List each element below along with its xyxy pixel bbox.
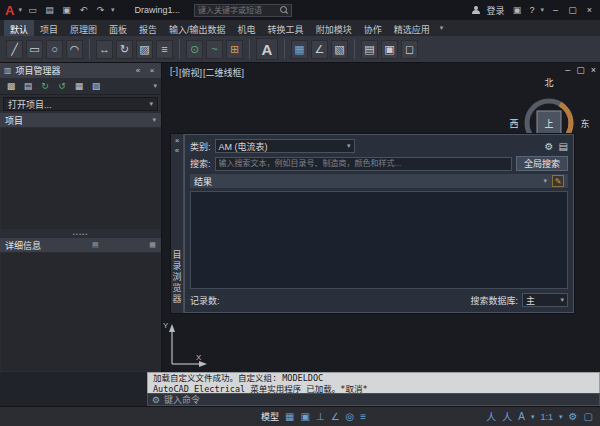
project-settings-icon[interactable]: ▧ — [89, 81, 103, 91]
annotation-autoscale-icon[interactable]: 人 — [502, 409, 512, 424]
catalog-browser-titlebar[interactable]: × « 目录浏览器 — [171, 134, 184, 313]
details-area[interactable] — [1, 253, 160, 371]
rectangle-tool-icon[interactable]: ▭ — [26, 40, 43, 59]
close-button[interactable]: × — [584, 5, 595, 15]
object-snap-icon[interactable]: ◎ — [346, 411, 355, 422]
panel-layout-icon[interactable]: ▤ — [361, 40, 378, 59]
help-icon[interactable]: ? — [529, 5, 534, 15]
app-logo-icon[interactable]: A — [5, 4, 14, 17]
projects-list-area[interactable] — [1, 128, 160, 229]
doc-minimize-icon[interactable]: – — [565, 65, 570, 75]
global-search-button[interactable]: 全局搜索 — [516, 156, 568, 171]
signin-button[interactable]: 登录 — [486, 4, 504, 17]
new-file-icon[interactable]: ▭ — [26, 5, 39, 15]
quick-access-caret-icon[interactable]: ▾ — [111, 6, 115, 14]
tab-electromechanical[interactable]: 机电 — [232, 20, 262, 36]
palette-close-icon[interactable]: × — [147, 66, 157, 75]
new-project-icon[interactable]: ▩ — [4, 81, 18, 91]
ortho-icon[interactable]: ⊥ — [316, 411, 325, 422]
save-icon[interactable]: ▣ — [60, 5, 73, 15]
ribbon-collapse-caret-icon[interactable]: ▾ — [440, 24, 444, 32]
category-select[interactable]: AM (电流表) ▾ — [215, 139, 355, 153]
viewcube-west-label[interactable]: 西 — [509, 119, 518, 129]
circle-tool-icon[interactable]: ○ — [46, 40, 63, 59]
app-store-icon[interactable]: ▣ — [510, 5, 523, 15]
doc-restore-icon[interactable]: ▢ — [576, 65, 585, 75]
gear-icon[interactable]: ⚙ — [545, 141, 554, 152]
annotation-visibility-icon[interactable]: 人 — [486, 409, 496, 424]
search-icon[interactable] — [280, 6, 288, 14]
palette-autohide-icon[interactable]: « — [133, 66, 143, 75]
minimize-button[interactable]: – — [550, 5, 561, 15]
update-project-icon[interactable]: ↺ — [55, 81, 69, 91]
open-project-dropdown[interactable]: 打开项目... ▾ — [3, 97, 158, 111]
polar-tracking-icon[interactable]: ∠ — [331, 411, 340, 422]
tab-home[interactable]: 默认 — [4, 20, 34, 36]
project-menu-caret-icon[interactable]: ▾ — [153, 82, 157, 90]
undo-icon[interactable]: ↶ — [77, 5, 90, 15]
workspace-gear-icon[interactable]: ⚙ — [569, 411, 578, 422]
erase-tool-icon[interactable]: ▨ — [136, 40, 153, 59]
catalog-close-icon[interactable]: × — [175, 136, 180, 146]
snap-icon[interactable]: ▣ — [300, 411, 309, 422]
tab-featured-apps[interactable]: 精选应用 — [388, 20, 436, 36]
table-tool-icon[interactable]: ▦ — [291, 40, 308, 59]
project-list-icon[interactable]: ▦ — [72, 81, 86, 91]
plc-tool-icon[interactable]: ▣ — [381, 40, 398, 59]
model-space-button[interactable]: 模型 — [261, 410, 279, 423]
grid-icon[interactable]: ▦ — [285, 411, 294, 422]
dimension-tool-icon[interactable]: ∠ — [311, 40, 328, 59]
annotation-letter-icon[interactable]: A — [518, 411, 525, 422]
app-menu-caret-icon[interactable]: ▾ — [18, 6, 22, 14]
rotate-tool-icon[interactable]: ↻ — [116, 40, 133, 59]
tab-panel[interactable]: 面板 — [103, 20, 133, 36]
catalog-autohide-icon[interactable]: « — [175, 146, 179, 156]
doc-close-icon[interactable]: × — [591, 65, 596, 75]
command-history[interactable]: 加载自定义文件成功。自定义组: MODELDOC AutoCAD Electri… — [147, 372, 600, 393]
insert-block-icon[interactable]: ⊞ — [226, 40, 243, 59]
tab-project[interactable]: 项目 — [34, 20, 64, 36]
signin-person-icon[interactable] — [471, 6, 480, 15]
customize-icon[interactable]: ⚙ — [152, 395, 160, 405]
lineweight-icon[interactable]: ≡ — [360, 411, 366, 422]
annotation-scale-button[interactable]: 1:1 — [541, 412, 554, 422]
command-prompt[interactable]: ⚙ 键入命令 — [147, 393, 600, 406]
scale-caret-icon[interactable]: ▾ — [559, 413, 563, 421]
palette-drag-handle[interactable]: ••••• — [0, 230, 161, 238]
tab-reports[interactable]: 报告 — [133, 20, 163, 36]
maximize-button[interactable]: ▢ — [567, 5, 578, 15]
line-tool-icon[interactable]: ╱ — [6, 40, 23, 59]
viewport-menu-control[interactable]: [-] — [170, 66, 178, 79]
annotation-caret-icon[interactable]: ▾ — [531, 413, 535, 421]
catalog-search-input[interactable] — [215, 157, 512, 171]
tab-conversion-tools[interactable]: 转换工具 — [262, 20, 310, 36]
open-project-icon[interactable]: ▤ — [21, 81, 35, 91]
help-caret-icon[interactable]: ▾ — [540, 6, 544, 14]
list-view-icon[interactable]: ▤ — [559, 141, 568, 152]
text-tool-icon[interactable]: A — [256, 38, 278, 60]
insert-wire-icon[interactable]: ~ — [206, 40, 223, 59]
viewcube-east-label[interactable]: 东 — [580, 118, 589, 129]
sort-caret-icon[interactable]: ▾ — [543, 177, 547, 185]
drawing-canvas[interactable]: [-] [俯视] [二维线框] – ▢ × 上 北 西 东 × « 目录浏览器 — [162, 63, 600, 372]
insert-component-icon[interactable]: ⊙ — [186, 40, 203, 59]
database-select[interactable]: 主 ▾ — [522, 293, 568, 307]
results-list[interactable] — [190, 191, 568, 289]
redo-icon[interactable]: ↷ — [94, 5, 107, 15]
viewport-style-control[interactable]: [二维线框] — [203, 66, 244, 79]
hatch-tool-icon[interactable]: ▧ — [331, 40, 348, 59]
tab-collaborate[interactable]: 协作 — [358, 20, 388, 36]
layers-tool-icon[interactable]: ≡ — [156, 40, 173, 59]
open-file-icon[interactable]: ▤ — [43, 5, 56, 15]
viewcube-north-label[interactable]: 北 — [544, 78, 553, 88]
projects-section-header[interactable]: 项目 ▾ — [0, 113, 161, 127]
refresh-project-icon[interactable]: ↻ — [38, 81, 52, 91]
viewport-view-control[interactable]: [俯视] — [179, 66, 202, 79]
arc-tool-icon[interactable]: ◠ — [66, 40, 83, 59]
fullscreen-icon[interactable]: ▢ — [584, 411, 593, 422]
move-tool-icon[interactable]: ↔ — [96, 40, 113, 59]
properties-tool-icon[interactable]: ◻ — [401, 40, 418, 59]
details-section-header[interactable]: 详细信息 ▤ ▦ — [0, 238, 161, 252]
tab-import-export-data[interactable]: 输入/输出数据 — [163, 20, 232, 36]
tab-addins[interactable]: 附加模块 — [310, 20, 358, 36]
